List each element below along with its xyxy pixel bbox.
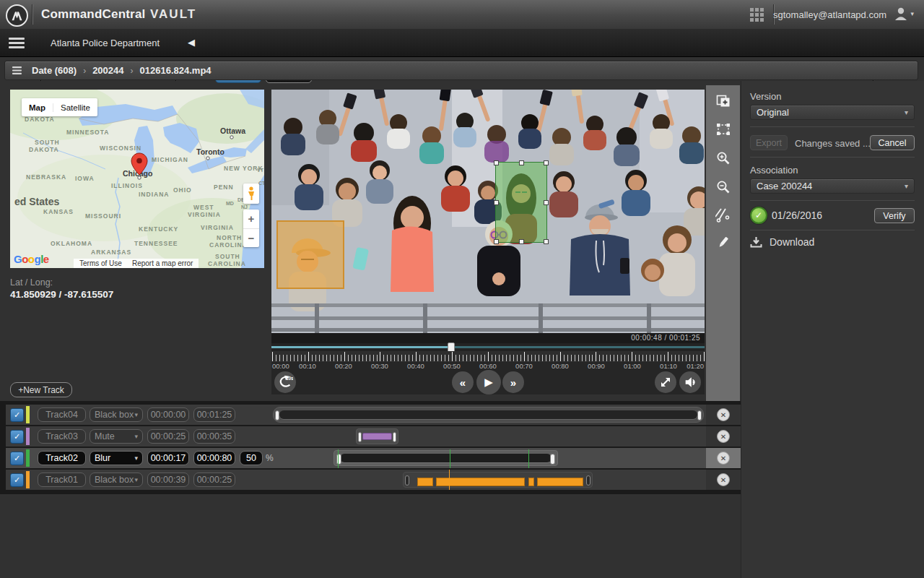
- track-effect-dropdown[interactable]: Black box▾: [90, 407, 143, 422]
- segment-handle[interactable]: [550, 454, 555, 465]
- track-timeline[interactable]: [273, 448, 704, 468]
- zoom-out-icon[interactable]: [715, 179, 731, 195]
- breadcrumb-item-date[interactable]: Date (608): [32, 65, 77, 76]
- skip-back-button[interactable]: «: [452, 371, 474, 393]
- timeline-ruler[interactable]: [271, 351, 705, 362]
- apps-grid-icon[interactable]: [750, 8, 764, 22]
- zoom-in-icon[interactable]: [715, 150, 731, 166]
- segment-handle[interactable]: [358, 432, 362, 442]
- track-effect-dropdown[interactable]: Blur▾: [90, 451, 143, 465]
- breadcrumb-item-file[interactable]: 012616.824.mp4: [140, 65, 212, 76]
- map-zoom-out-button[interactable]: −: [243, 229, 259, 248]
- add-region-icon[interactable]: [715, 92, 731, 108]
- user-menu-button[interactable]: ▾: [893, 6, 914, 22]
- track-timeline[interactable]: [273, 405, 704, 425]
- segment-handle[interactable]: [586, 475, 590, 486]
- track-segment[interactable]: [356, 428, 398, 444]
- terms-link[interactable]: Terms of Use: [79, 259, 122, 267]
- new-track-button[interactable]: +New Track: [10, 382, 72, 397]
- track-timeline[interactable]: [273, 470, 704, 490]
- track-enabled-checkbox[interactable]: ✓: [10, 452, 24, 465]
- blackbox-segment-bar[interactable]: [537, 478, 583, 486]
- svg-text:VIRGINIA: VIRGINIA: [201, 224, 234, 231]
- report-error-link[interactable]: Report a map error: [132, 259, 193, 267]
- segment-marker: [528, 449, 529, 468]
- segment-handle[interactable]: [275, 410, 279, 420]
- track-enabled-checkbox[interactable]: ✓: [10, 408, 24, 422]
- association-dropdown[interactable]: Case 200244 ▾: [750, 178, 915, 194]
- blackbox-segment-bar[interactable]: [528, 478, 534, 486]
- resize-handle[interactable]: [519, 160, 524, 165]
- video-frame[interactable]: [271, 90, 705, 333]
- redaction-box-blackbox[interactable]: [276, 220, 344, 289]
- track-effect-dropdown[interactable]: Black box▾: [90, 473, 143, 487]
- cancel-button[interactable]: Cancel: [870, 135, 915, 150]
- skip-forward-button[interactable]: »: [502, 371, 524, 393]
- track-name-field[interactable]: Track03: [38, 429, 86, 444]
- svg-text:VT: VT: [257, 168, 264, 173]
- track-enabled-checkbox[interactable]: ✓: [10, 473, 24, 487]
- track-effect-dropdown[interactable]: Mute▾: [90, 429, 143, 444]
- resize-handle[interactable]: [494, 200, 499, 205]
- fullscreen-button[interactable]: [655, 371, 676, 393]
- select-region-icon[interactable]: [715, 121, 731, 137]
- menu-icon[interactable]: [9, 35, 25, 51]
- blur-amount-field[interactable]: 50: [240, 451, 263, 465]
- track-name-field[interactable]: Track02: [38, 451, 86, 465]
- track-start-field[interactable]: 00:00:25: [147, 429, 189, 444]
- segment-handle[interactable]: [697, 410, 702, 420]
- redaction-box-blur-selected[interactable]: [495, 162, 547, 243]
- track-name-field[interactable]: Track04: [38, 407, 86, 422]
- resize-handle[interactable]: [544, 160, 549, 165]
- track-start-field[interactable]: 00:00:00: [147, 407, 189, 422]
- resize-handle[interactable]: [519, 239, 524, 244]
- resize-handle[interactable]: [544, 239, 549, 244]
- track-end-field[interactable]: 00:00:25: [193, 473, 235, 487]
- seek-bar[interactable]: [271, 343, 705, 351]
- verify-button[interactable]: Verify: [874, 208, 915, 223]
- pegman-icon[interactable]: [243, 184, 259, 204]
- back-arrow-icon[interactable]: ◀: [188, 37, 195, 48]
- track-start-field[interactable]: 00:00:17: [147, 451, 189, 465]
- track-end-field[interactable]: 00:00:80: [193, 451, 235, 465]
- resize-handle[interactable]: [494, 160, 499, 165]
- track-segment[interactable]: [273, 407, 704, 423]
- map-zoom-in-button[interactable]: +: [243, 210, 259, 229]
- google-logo[interactable]: Google: [14, 253, 49, 265]
- version-dropdown[interactable]: Original ▾: [750, 105, 915, 120]
- blackbox-segment-bar[interactable]: [417, 478, 433, 486]
- rewind-10s-button[interactable]: 10s: [274, 371, 296, 393]
- remove-track-button[interactable]: ✕: [717, 452, 730, 465]
- map-type-control[interactable]: Map Satellite: [22, 98, 97, 116]
- segment-handle[interactable]: [405, 475, 409, 486]
- resize-handle[interactable]: [544, 200, 549, 205]
- remove-track-button[interactable]: ✕: [717, 473, 730, 486]
- track-end-field[interactable]: 00:00:35: [193, 429, 235, 444]
- volume-button[interactable]: [679, 371, 701, 393]
- remove-track-button[interactable]: ✕: [717, 408, 730, 421]
- export-button[interactable]: Export: [750, 135, 788, 150]
- track-end-field[interactable]: 00:01:25: [193, 407, 235, 422]
- track-start-field[interactable]: 00:00:39: [147, 473, 189, 487]
- map-type-satellite[interactable]: Satellite: [53, 103, 97, 112]
- video-image: [271, 90, 705, 333]
- download-link[interactable]: Download: [750, 236, 814, 248]
- breadcrumb-menu-icon[interactable]: [12, 65, 22, 76]
- mute-segment-bar[interactable]: [362, 433, 392, 440]
- resize-handle[interactable]: [494, 239, 499, 244]
- track-enabled-checkbox[interactable]: ✓: [10, 430, 24, 444]
- ruler-label: 00:30: [371, 362, 388, 370]
- play-button[interactable]: ▶: [476, 370, 501, 394]
- svg-text:SOUTH: SOUTH: [215, 253, 240, 260]
- segment-handle[interactable]: [393, 432, 396, 442]
- breadcrumb-item-case[interactable]: 200244: [92, 65, 123, 76]
- draw-icon[interactable]: [715, 234, 731, 250]
- track-timeline[interactable]: [273, 426, 704, 447]
- remove-track-button[interactable]: ✕: [717, 430, 730, 443]
- track-segment-selected[interactable]: [334, 450, 558, 466]
- map-panel[interactable]: DAKOTAMINNESOTASOUTHDAKOTAWISCONSINMICHI…: [10, 90, 264, 268]
- map-type-map[interactable]: Map: [22, 103, 53, 112]
- track-segment[interactable]: [403, 472, 593, 488]
- cut-icon[interactable]: [715, 207, 731, 223]
- track-name-field[interactable]: Track01: [38, 473, 86, 487]
